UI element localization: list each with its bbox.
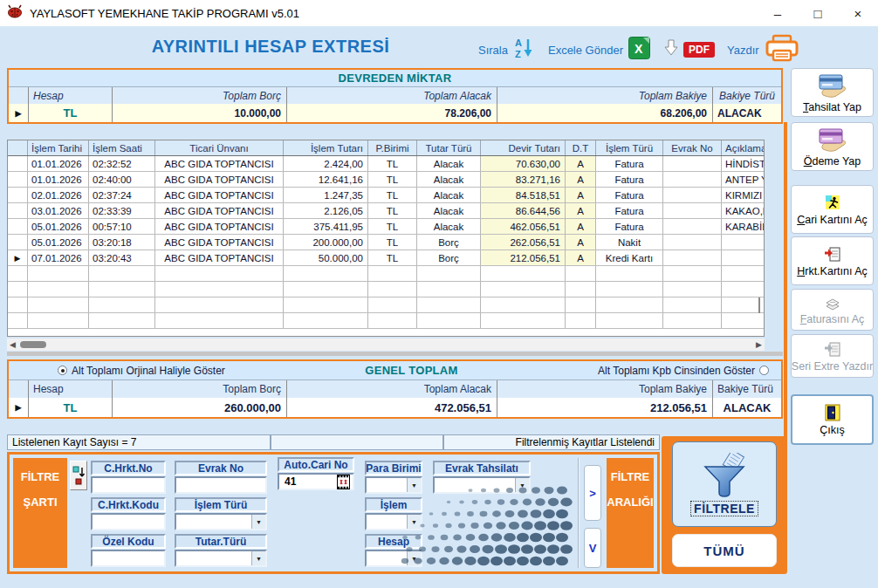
scroll-right-icon[interactable]: ▶ — [756, 339, 762, 350]
scroll-left-icon[interactable]: ◀ — [10, 339, 16, 350]
cell — [480, 313, 565, 328]
cell — [27, 297, 88, 312]
faturasini-ac-button: Faturasını Aç — [791, 289, 874, 331]
tahsilat-yap-button[interactable]: Tahsilat Yap — [791, 68, 874, 117]
cell: 03:20:18 — [88, 235, 154, 250]
odeme-yap-button[interactable]: Ödeme Yap — [791, 122, 874, 171]
hscrollbar-thumb[interactable] — [20, 341, 46, 348]
transaction-row[interactable]: 01.01.202602:32:52ABC GIDA TOPTANCISI2.4… — [8, 156, 764, 172]
islem-turu-select[interactable]: ▼ — [175, 513, 267, 530]
transaction-row[interactable]: 05.01.202603:20:18ABC GIDA TOPTANCISI200… — [8, 235, 764, 250]
excel-export-button[interactable]: Excele Gönder X — [548, 37, 650, 63]
genel-row[interactable]: ▶ TL 260.000,00 472.056,51 212.056,51 AL… — [9, 398, 781, 417]
cell — [27, 313, 88, 328]
cell: ABC GIDA TOPTANCISI — [154, 203, 283, 218]
column-header-islem-saati[interactable]: İşlem Saati — [88, 140, 154, 155]
row-indicator — [8, 156, 27, 171]
cell — [416, 313, 480, 328]
filtrele-button[interactable]: FİLTRELE — [672, 441, 777, 527]
tutar-turu-select[interactable]: ▼ — [175, 550, 267, 567]
chevron-down-icon[interactable]: ▼ — [251, 551, 265, 565]
document-print-icon — [824, 340, 841, 358]
grid-vscrollbar-thumb[interactable] — [758, 297, 760, 313]
column-header: Toplam Borç — [112, 87, 286, 104]
chrkt-no-input[interactable] — [91, 476, 166, 494]
film-icon[interactable] — [337, 475, 350, 489]
evrak-tahsilati-label: Evrak Tahsilatı — [433, 461, 531, 475]
tutar-turu-label: Tutar.Türü — [175, 534, 267, 549]
column-header-islem-tutari[interactable]: İşlem Tutarı — [283, 140, 367, 155]
toplam-bakiye-cell: 68.206,00 — [497, 104, 712, 122]
print-button[interactable]: Yazdır — [727, 34, 799, 66]
close-button[interactable]: × — [838, 0, 878, 26]
column-header-tutar-turu[interactable]: Tutar Türü — [416, 140, 480, 155]
grid-body: 01.01.202602:32:52ABC GIDA TOPTANCISI2.4… — [8, 156, 764, 329]
transaction-row[interactable]: 02.01.202602:37:24ABC GIDA TOPTANCISI1.2… — [8, 188, 764, 203]
filter-sarti-label: FİLTRE ŞARTI — [13, 458, 67, 568]
column-header-ticari-unvani[interactable]: Ticari Ünvanı — [154, 140, 283, 155]
transaction-row[interactable]: 05.01.202600:57:10ABC GIDA TOPTANCISI375… — [8, 219, 764, 235]
chrkt-kodu-input[interactable] — [91, 513, 166, 530]
transaction-row[interactable]: 01.01.202602:40:00ABC GIDA TOPTANCISI12.… — [8, 172, 764, 188]
cell — [367, 282, 416, 297]
cari-kartini-ac-button[interactable]: Cari Kartını Aç — [791, 185, 874, 234]
cell — [595, 266, 662, 281]
swap-sort-button[interactable] — [70, 461, 87, 490]
ozel-kodu-input[interactable] — [91, 550, 166, 567]
download-arrow-icon — [664, 39, 678, 60]
cell: Fatura — [595, 172, 662, 187]
column-header-islem-tarihi[interactable]: İşlem Tarihi — [27, 140, 88, 155]
grid-header-row: İşlem Tarihi İşlem Saati Ticari Ünvanı İ… — [8, 140, 764, 156]
svg-text:X: X — [634, 42, 643, 56]
radio-orjinal[interactable]: Alt Toplamı Orjinal Haliyle Göster — [58, 365, 225, 377]
radio-kpb-label: Alt Toplamı Kpb Cinsinden Göster — [598, 365, 755, 377]
sort-button[interactable]: Sırala A Z — [478, 37, 534, 63]
chevron-down-icon[interactable]: ▼ — [251, 515, 265, 529]
cell: Alacak — [416, 172, 480, 187]
transaction-row[interactable]: ▶07.01.202603:20:43ABC GIDA TOPTANCISI50… — [8, 250, 764, 266]
row-indicator — [8, 235, 27, 250]
transaction-row[interactable]: 03.01.202602:33:39ABC GIDA TOPTANCISI2.1… — [8, 203, 764, 219]
cell: 262.056,51 — [480, 235, 565, 250]
hrkt-kartini-ac-button[interactable]: Hrkt.Kartını Aç — [791, 236, 874, 285]
devreden-title: DEVREDEN MİKTAR — [339, 72, 452, 85]
column-header-pbirimi[interactable]: P.Birimi — [367, 140, 416, 155]
radio-selected-icon[interactable] — [58, 366, 67, 375]
column-header-islem-turu[interactable]: İşlem Türü — [595, 140, 662, 155]
radio-unselected-icon[interactable] — [759, 366, 769, 375]
cell: 83.271,16 — [480, 172, 565, 187]
expand-right-button[interactable]: > — [584, 465, 601, 521]
grid-hscrollbar[interactable]: ◀ ▶ — [7, 338, 765, 351]
auto-cari-no-input[interactable] — [282, 475, 337, 488]
genel-band: Alt Toplamı Orjinal Haliyle Göster GENEL… — [9, 361, 781, 380]
column-header-dt[interactable]: D.T — [565, 140, 595, 155]
current-row-indicator: ▶ — [9, 398, 28, 417]
app-logo-icon — [7, 4, 23, 22]
statusbar: Listelenen Kayıt Sayısı = 7 Filtrelenmiş… — [7, 434, 660, 450]
filter-panel: FİLTRE ŞARTI C.Hrkt.No C.Hrkt.Kodu Özel … — [7, 452, 660, 574]
divider — [7, 352, 783, 356]
cikis-button[interactable]: Çıkış — [791, 394, 874, 445]
empty-row — [8, 313, 764, 329]
maximize-button[interactable]: □ — [798, 0, 838, 26]
tumu-button[interactable]: TÜMÜ — [672, 534, 777, 567]
cell: ABC GIDA TOPTANCISI — [154, 156, 283, 171]
column-header-evrak-no[interactable]: Evrak No — [662, 140, 721, 155]
radio-kpb[interactable]: Alt Toplamı Kpb Cinsinden Göster — [598, 365, 769, 377]
cell — [565, 313, 595, 328]
evrak-no-input[interactable] — [175, 476, 267, 494]
column-header: Hesap — [28, 87, 112, 104]
expand-down-button[interactable]: V — [584, 528, 601, 568]
minimize-button[interactable]: – — [758, 0, 798, 26]
auto-cari-no-field[interactable] — [278, 473, 354, 490]
devreden-row[interactable]: ▶ TL 10.000,00 78.206,00 68.206,00 ALACA… — [9, 104, 781, 122]
cell — [662, 282, 721, 297]
column-header-aciklama[interactable]: Açıklama — [721, 140, 764, 155]
pdf-export-button[interactable]: PDF — [664, 39, 715, 60]
column-header-devir-tutari[interactable]: Devir Tutarı — [480, 140, 565, 155]
cell — [283, 266, 367, 281]
cell: 00:57:10 — [88, 219, 154, 234]
cell: 05.01.2026 — [27, 235, 88, 250]
empty-row — [8, 282, 764, 297]
cell — [480, 266, 565, 281]
